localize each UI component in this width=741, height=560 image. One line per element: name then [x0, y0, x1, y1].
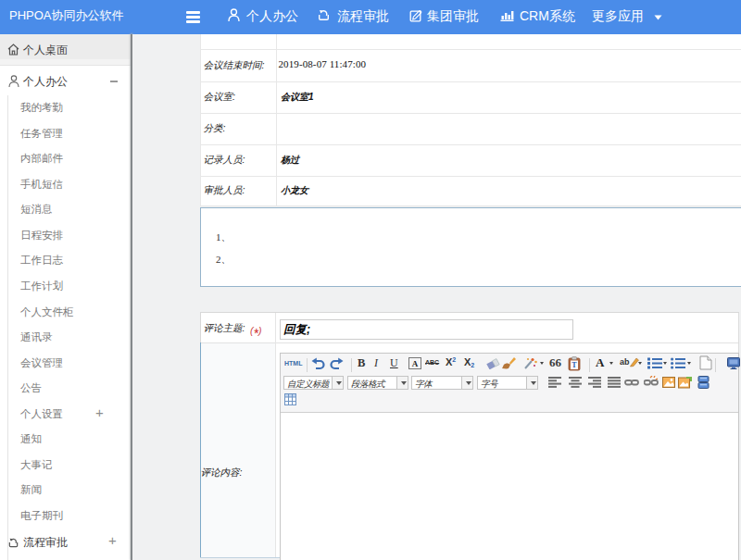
svg-text:T: T — [571, 361, 577, 369]
